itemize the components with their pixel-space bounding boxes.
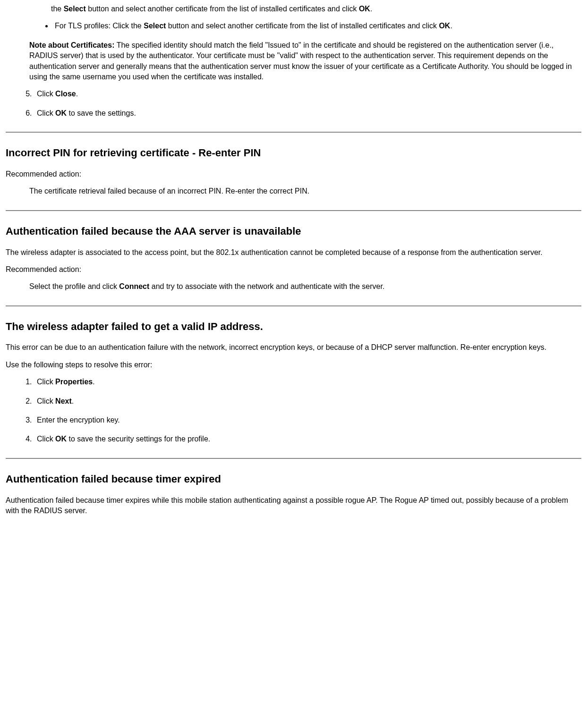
bullet-item: For TLS profiles: Click the Select butto… [53, 21, 581, 31]
intro-text: This error can be due to an authenticati… [6, 342, 581, 353]
steps-label: Use the following steps to resolve this … [6, 360, 581, 370]
text: Click [37, 397, 55, 405]
recommended-action-body: The certificate retrieval failed because… [29, 186, 581, 196]
step-3: Enter the encryption key. [34, 415, 581, 425]
intro-text: The wireless adapter is associated to th… [6, 247, 581, 258]
bold: Next [55, 397, 72, 405]
heading-aaa-unavailable: Authentication failed because the AAA se… [6, 224, 581, 239]
bold: OK [359, 5, 370, 13]
bold: OK [55, 435, 67, 443]
recommended-action-label: Recommended action: [6, 264, 581, 275]
bold: OK [55, 109, 67, 117]
bold: Select [64, 5, 86, 13]
bold: OK [439, 22, 450, 30]
text: . [93, 378, 94, 386]
text: button and select another certificate fr… [166, 22, 439, 30]
recommended-action-label: Recommended action: [6, 169, 581, 179]
text: . [72, 397, 74, 405]
divider [6, 305, 581, 306]
text: Click [37, 378, 55, 386]
text: Click [37, 90, 55, 98]
ordered-steps-ip: Click Properties. Click Next. Enter the … [6, 377, 581, 445]
divider [6, 132, 581, 133]
ordered-steps-continued: Click Close. Click OK to save the settin… [6, 89, 581, 119]
heading-timer-expired: Authentication failed because timer expi… [6, 472, 581, 487]
text: Select the profile and click [29, 282, 119, 290]
bullet-list: For TLS profiles: Click the Select butto… [6, 21, 581, 31]
divider [6, 210, 581, 211]
step-5: Click Close. [34, 89, 581, 99]
text: . [76, 90, 78, 98]
divider [6, 458, 581, 459]
note-certificates: Note about Certificates: The specified i… [29, 40, 581, 83]
text: button and select another certificate fr… [86, 5, 359, 13]
text: Click [37, 109, 55, 117]
step-2: Click Next. [34, 396, 581, 406]
text: and try to associate with the network an… [149, 282, 384, 290]
bold: Note about Certificates: [29, 41, 114, 49]
continued-text: the Select button and select another cer… [51, 4, 581, 14]
text: . [370, 5, 372, 13]
text: to save the settings. [67, 109, 136, 117]
text: Enter the encryption key. [37, 416, 120, 424]
text: Click [37, 435, 55, 443]
text: the [51, 5, 64, 13]
heading-valid-ip: The wireless adapter failed to get a val… [6, 320, 581, 334]
bold: Connect [119, 282, 149, 290]
bold: Close [55, 90, 76, 98]
bold: Properties [55, 378, 93, 386]
step-1: Click Properties. [34, 377, 581, 387]
text: For TLS profiles: Click the [55, 22, 144, 30]
recommended-action-body: Select the profile and click Connect and… [29, 281, 581, 292]
text: to save the security settings for the pr… [67, 435, 210, 443]
body-text: Authentication failed because timer expi… [6, 495, 581, 516]
bold: Select [144, 22, 166, 30]
text: . [450, 22, 452, 30]
step-4: Click OK to save the security settings f… [34, 434, 581, 444]
step-6: Click OK to save the settings. [34, 108, 581, 119]
heading-incorrect-pin: Incorrect PIN for retrieving certificate… [6, 146, 581, 161]
